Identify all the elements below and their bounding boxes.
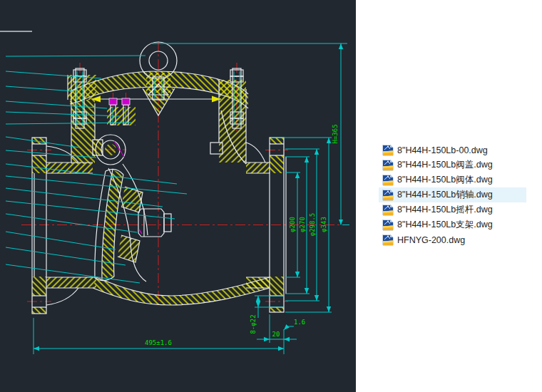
file-row[interactable]: 8"H44H-150Lb阀体.dwg <box>379 172 526 187</box>
dim-bore-label: φ200 <box>289 217 296 232</box>
dim-flange-od-label: φ343 <box>320 217 327 232</box>
file-panel: 8"H44H-150Lb-00.dwg 8"H44H-150Lb阀盖.dwg <box>356 0 542 392</box>
dwg-file-icon <box>382 160 394 171</box>
cad-viewport[interactable]: H=365 φ200 φ270 φ298.5 φ343 8-φ22 20 1.6… <box>0 0 356 392</box>
file-name: 8"H44H-150Lb阀盖.dwg <box>397 159 493 171</box>
dwg-file-icon <box>382 175 394 186</box>
dim-bolt-holes-label: 8-φ22 <box>250 314 257 334</box>
dwg-file-icon <box>382 205 394 216</box>
dwg-file-icon <box>382 145 394 156</box>
screen: H=365 φ200 φ270 φ298.5 φ343 8-φ22 20 1.6… <box>0 0 542 392</box>
valve-drawing: H=365 φ200 φ270 φ298.5 φ343 8-φ22 20 1.6… <box>0 0 356 392</box>
file-name: 8"H44H-150Lb摇杆.dwg <box>397 204 493 216</box>
dwg-file-icon <box>382 190 394 201</box>
file-name: 8"H44H-150Lb阀体.dwg <box>397 174 493 186</box>
file-name: 8"H44H-150Lb支架.dwg <box>397 219 493 231</box>
dim-face-to-face-label: 495±1.6 <box>145 339 172 346</box>
file-row[interactable]: 8"H44H-150Lb-00.dwg <box>379 143 526 158</box>
file-name: 8"H44H-150Lb销轴.dwg <box>397 189 493 201</box>
file-name: HFNYG-200.dwg <box>397 235 465 245</box>
dim-raised-face-label: φ270 <box>299 217 306 232</box>
file-row[interactable]: 8"H44H-150Lb摇杆.dwg <box>379 202 526 217</box>
dwg-file-icon <box>382 234 394 246</box>
dim-bolt-circle-label: φ298.5 <box>309 213 316 237</box>
file-row[interactable]: 8"H44H-150Lb阀盖.dwg <box>379 158 526 172</box>
dim-height-label: H=365 <box>332 124 339 143</box>
dim-thickness-label: 20 <box>272 331 280 338</box>
dim-rf-height-label: 1.6 <box>294 319 305 326</box>
file-list: 8"H44H-150Lb-00.dwg 8"H44H-150Lb阀盖.dwg <box>379 143 526 247</box>
dwg-file-icon <box>382 220 394 231</box>
file-row[interactable]: 8"H44H-150Lb销轴.dwg <box>379 187 526 202</box>
file-row[interactable]: 8"H44H-150Lb支架.dwg <box>379 217 526 232</box>
file-row[interactable]: HFNYG-200.dwg <box>379 232 526 247</box>
file-name: 8"H44H-150Lb-00.dwg <box>397 145 488 155</box>
